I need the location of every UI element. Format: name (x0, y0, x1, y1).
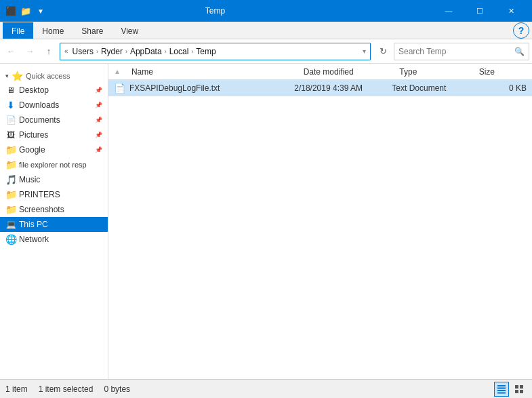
svg-rect-0 (497, 385, 506, 386)
file-type: Text Document (392, 83, 446, 93)
pin-icon-documents: 📌 (95, 117, 102, 123)
address-box[interactable]: « Users › Ryder › AppData › Local › Temp… (60, 43, 371, 60)
sidebar-item-music[interactable]: 🎵 Music (0, 172, 108, 187)
sort-toggle[interactable]: ▲ (114, 68, 121, 75)
desktop-icon: 🖥 (5, 85, 16, 96)
downloads-icon: ⬇ (5, 100, 16, 111)
sidebar: ▾ ⭐ Quick access 🖥 Desktop 📌 ⬇ Downloads… (0, 64, 108, 379)
thispc-icon: 💻 (5, 219, 16, 230)
expand-arrow: ▾ (5, 73, 9, 79)
svg-rect-6 (515, 390, 518, 393)
quick-access-icon: ⭐ (12, 71, 23, 81)
tab-share[interactable]: Share (73, 22, 112, 39)
title-bar-icons: ⬛ 📁 ▼ (5, 5, 46, 16)
screenshots-icon: 📁 (5, 204, 16, 215)
addr-part-users[interactable]: Users (71, 47, 95, 56)
minimize-button[interactable]: — (433, 0, 464, 22)
col-header-type[interactable]: Type (394, 66, 473, 78)
sidebar-item-label-fileexplorer: file explorer not resp (19, 161, 87, 169)
file-row[interactable]: 📄 FXSAPIDebugLogFile.txt 2/18/2019 4:39 … (108, 80, 532, 96)
up-button[interactable]: ↑ (41, 43, 57, 60)
file-size-cell: 0 KB (473, 83, 527, 93)
sidebar-item-label-downloads: Downloads (19, 100, 59, 110)
file-type-cell: Text Document (392, 83, 472, 93)
close-button[interactable]: ✕ (495, 0, 527, 22)
sidebar-item-thispc[interactable]: 💻 This PC (0, 217, 108, 232)
file-area: ▲ Name Date modified Type Size 📄 FXSAPID… (108, 64, 532, 379)
tab-view[interactable]: View (112, 22, 147, 39)
sidebar-item-label-google: Google (19, 145, 45, 155)
view-toggle-group (494, 382, 527, 397)
svg-rect-3 (497, 392, 506, 393)
address-bar-row: ← → ↑ « Users › Ryder › AppData › Local … (0, 39, 532, 64)
file-name: FXSAPIDebugLogFile.txt (129, 83, 220, 93)
address-parts: Users › Ryder › AppData › Local › Temp (71, 47, 360, 56)
sidebar-item-label-pictures: Pictures (19, 130, 48, 140)
search-box[interactable]: 🔍 (394, 43, 529, 60)
sidebar-item-google[interactable]: 📁 Google 📌 (0, 142, 108, 157)
addr-part-ryder[interactable]: Ryder (100, 47, 124, 56)
file-date: 2/18/2019 4:39 AM (294, 83, 363, 93)
back-button[interactable]: ← (3, 43, 19, 60)
addr-part-local[interactable]: Local (168, 47, 190, 56)
sidebar-item-desktop[interactable]: 🖥 Desktop 📌 (0, 83, 108, 98)
item-count: 1 item (5, 384, 28, 394)
sidebar-item-network[interactable]: 🌐 Network (0, 232, 108, 247)
pin-icon-google: 📌 (95, 146, 102, 153)
sidebar-item-screenshots[interactable]: 📁 Screenshots (0, 202, 108, 217)
documents-icon: 📄 (5, 115, 16, 125)
fileexplorer-icon: 📁 (5, 159, 16, 170)
file-size: 0 KB (509, 83, 527, 93)
sidebar-item-label-printers: PRINTERS (19, 190, 60, 199)
forward-button[interactable]: → (22, 43, 38, 60)
music-icon: 🎵 (5, 174, 16, 185)
selected-count: 1 item selected (39, 384, 94, 394)
help-button[interactable]: ? (513, 22, 529, 39)
window-controls: — ☐ ✕ (433, 0, 527, 22)
tab-file[interactable]: File (3, 22, 33, 39)
title-bar: ⬛ 📁 ▼ Temp — ☐ ✕ (0, 0, 532, 22)
network-icon: 🌐 (5, 234, 16, 245)
sidebar-item-printers[interactable]: 📁 PRINTERS (0, 187, 108, 202)
sidebar-item-label-desktop: Desktop (19, 85, 49, 95)
col-header-date[interactable]: Date modified (298, 66, 394, 78)
svg-rect-4 (515, 385, 518, 389)
quick-access-header[interactable]: ▾ ⭐ Quick access (0, 66, 108, 83)
file-name-cell: 📄 FXSAPIDebugLogFile.txt (114, 83, 294, 94)
column-header-bar: ▲ Name Date modified Type Size (108, 64, 532, 80)
sidebar-item-label-thispc: This PC (19, 220, 48, 229)
sidebar-item-label-documents: Documents (19, 115, 60, 125)
status-bar: 1 item 1 item selected 0 bytes (0, 379, 532, 398)
google-icon: 📁 (5, 144, 16, 155)
app-icon-1: ⬛ (5, 5, 16, 16)
sidebar-item-label-screenshots: Screenshots (19, 205, 64, 214)
sidebar-item-label-music: Music (19, 175, 40, 184)
sidebar-item-pictures[interactable]: 🖼 Pictures 📌 (0, 127, 108, 142)
selected-size: 0 bytes (104, 384, 130, 394)
address-dropdown-arrow[interactable]: ▾ (363, 47, 366, 55)
sidebar-item-downloads[interactable]: ⬇ Downloads 📌 (0, 98, 108, 113)
pin-icon-pictures: 📌 (95, 132, 102, 138)
pin-icon-desktop: 📌 (95, 87, 102, 94)
col-header-size[interactable]: Size (474, 66, 527, 78)
printers-icon: 📁 (5, 189, 16, 200)
search-icon: 🔍 (514, 47, 525, 56)
addr-part-appdata[interactable]: AppData (129, 47, 163, 56)
app-icon-2: 📁 (20, 5, 31, 16)
tab-home[interactable]: Home (33, 22, 73, 39)
search-input[interactable] (398, 47, 514, 56)
address-chevron: « (64, 47, 68, 55)
col-header-name[interactable]: Name (126, 66, 298, 78)
sidebar-item-documents[interactable]: 📄 Documents 📌 (0, 113, 108, 127)
sidebar-item-label-network: Network (19, 235, 49, 244)
addr-part-temp[interactable]: Temp (195, 47, 217, 56)
refresh-button[interactable]: ↻ (375, 43, 391, 60)
details-view-button[interactable] (494, 382, 509, 397)
quick-access-label: Quick access (26, 72, 70, 80)
maximize-button[interactable]: ☐ (464, 0, 495, 22)
svg-rect-7 (520, 390, 523, 393)
large-icons-view-button[interactable] (512, 382, 527, 397)
window-title: Temp (52, 6, 379, 16)
sidebar-item-fileexplorer[interactable]: 📁 file explorer not resp (0, 157, 108, 172)
svg-rect-5 (520, 385, 523, 389)
